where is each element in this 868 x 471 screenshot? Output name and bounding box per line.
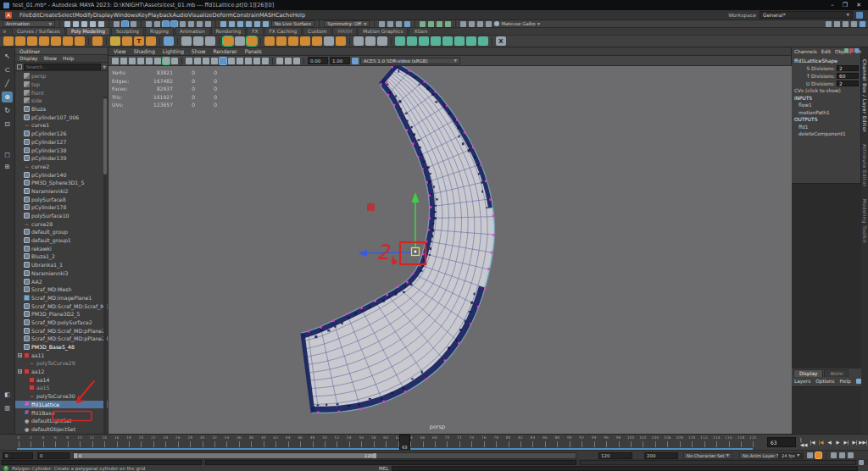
- channel-deletecomponent1[interactable]: deleteComponent1: [792, 130, 860, 138]
- menu-create[interactable]: Create: [39, 12, 58, 19]
- cluster-icon[interactable]: [288, 36, 298, 46]
- workspace-save-icon[interactable]: [856, 12, 863, 19]
- menu-key[interactable]: Key: [138, 12, 148, 19]
- maximize-button[interactable]: ❐: [843, 2, 848, 8]
- poly-super-shape-icon[interactable]: [92, 36, 103, 46]
- annotate-icon[interactable]: [377, 36, 387, 46]
- outliner-search-input[interactable]: [24, 64, 101, 70]
- uv-editor-table-icon[interactable]: [164, 36, 174, 46]
- menu-playback[interactable]: Playback: [147, 12, 172, 19]
- symmetry-select[interactable]: Symmetry: Off▼: [324, 20, 370, 27]
- snap-grid-icon[interactable]: [220, 21, 226, 27]
- snap-point-icon[interactable]: [237, 21, 243, 27]
- outliner-item-side[interactable]: side: [15, 97, 108, 105]
- menu-help[interactable]: Help: [840, 379, 851, 384]
- time-slider[interactable]: 0246810121416182022242628303234363840424…: [0, 434, 868, 450]
- anim-layer-select[interactable]: No Anim Layer▼: [739, 452, 783, 459]
- menu-visualize[interactable]: Visualize: [188, 12, 213, 19]
- gamma-field[interactable]: 1.00: [330, 57, 350, 64]
- wireframe-on-shaded-icon[interactable]: [163, 58, 170, 64]
- viewport-panel[interactable]: ViewShadingLightingShowRendererPanels 0.…: [108, 47, 792, 434]
- cut-tool-icon[interactable]: X: [496, 36, 506, 46]
- bounding-box-mode-icon[interactable]: [211, 58, 218, 64]
- select-tool-icon[interactable]: ↖: [2, 51, 13, 62]
- anti-aliasing-icon[interactable]: [262, 58, 269, 64]
- save-scene-icon[interactable]: [81, 21, 87, 27]
- outliner-item-pm3d-base5-48[interactable]: PM3D_Base5_48: [15, 343, 108, 352]
- outliner-item-scraf-md-scraf-md-scraf-md-polysu[interactable]: Scraf_MD:Scraf_MD:Scraf_MD:polySu: [15, 302, 108, 310]
- lock-selection-icon[interactable]: [205, 21, 211, 27]
- command-input-field[interactable]: [2, 460, 202, 465]
- isolate-select-icon[interactable]: [276, 58, 283, 64]
- shelf-tab-mash[interactable]: MASH: [332, 27, 357, 35]
- outliner-item-bluza1-2[interactable]: Bluza1_2: [15, 252, 108, 261]
- rotate-tool-icon[interactable]: ↻: [2, 105, 13, 116]
- make-live-icon[interactable]: [263, 21, 269, 27]
- mel-input-field[interactable]: [392, 466, 858, 471]
- crease-icon[interactable]: [442, 36, 453, 46]
- extrude-icon[interactable]: [312, 36, 322, 46]
- outliner-item-top[interactable]: top: [15, 80, 108, 89]
- mask-handles-icon[interactable]: [146, 21, 152, 27]
- outliner-item-persp[interactable]: persp: [15, 72, 108, 80]
- animation-start-field[interactable]: 0: [37, 452, 70, 459]
- camera-attributes-icon[interactable]: [129, 58, 136, 64]
- menu-panels[interactable]: Panels: [245, 48, 262, 54]
- minimize-button[interactable]: –: [831, 2, 834, 8]
- sweep-mesh-icon[interactable]: [122, 36, 132, 46]
- range-handle-right[interactable]: [373, 453, 376, 458]
- undo-icon[interactable]: [90, 21, 96, 27]
- shelf-tab-rendering[interactable]: Rendering: [211, 27, 247, 35]
- outliner-item-front[interactable]: front: [15, 88, 108, 97]
- attr-value-field[interactable]: 2: [837, 80, 859, 87]
- outliner-item-pcylinder107-006[interactable]: pCylinder107_006: [15, 113, 108, 121]
- curve-warp-open-icon[interactable]: [223, 36, 233, 46]
- mute-audio-icon[interactable]: [831, 452, 837, 458]
- image-plane-icon[interactable]: [146, 58, 153, 64]
- menu-lighting[interactable]: Lighting: [163, 48, 184, 54]
- playback-end-field[interactable]: 120: [598, 452, 632, 459]
- side-tab-attribute-editor[interactable]: Attribute Editor: [862, 144, 867, 186]
- attr-value-field[interactable]: 60: [837, 73, 859, 80]
- outliner-item-default-group[interactable]: default_group: [15, 228, 108, 236]
- layer-tab-display[interactable]: Display: [793, 369, 823, 377]
- construction-history-icon[interactable]: [379, 21, 385, 27]
- shelf-tab-fx[interactable]: FX: [247, 27, 263, 35]
- channel-speed-icon[interactable]: [849, 48, 854, 53]
- x-ray-joints-icon[interactable]: [293, 58, 300, 64]
- mask-surfaces-icon[interactable]: [171, 21, 177, 27]
- move-tool-icon[interactable]: ⊕: [2, 91, 13, 103]
- menu-set-select[interactable]: Animation▼: [3, 20, 55, 27]
- textured-mode-icon[interactable]: [220, 58, 226, 64]
- smooth-shade-mode-icon[interactable]: [194, 58, 201, 64]
- outliner-filter-menu-icon[interactable]: ▼: [103, 64, 106, 69]
- mirror-icon[interactable]: [181, 36, 192, 46]
- two-d-pan-zoom-icon[interactable]: [154, 58, 161, 64]
- select-camera-icon[interactable]: [112, 58, 119, 64]
- wireframe-mode-icon[interactable]: [186, 58, 192, 64]
- bridge-edit-icon[interactable]: [466, 36, 476, 46]
- shelf-gear-icon[interactable]: ⚙: [3, 29, 6, 34]
- pause-icon[interactable]: [477, 21, 483, 27]
- range-slider-active[interactable]: 0120: [75, 453, 376, 458]
- capture-icon[interactable]: [460, 21, 466, 27]
- use-all-lights-icon[interactable]: [228, 58, 235, 64]
- layer-tab-anim[interactable]: Anim: [824, 369, 849, 377]
- mask-rendering-icon[interactable]: [197, 21, 203, 27]
- outliner-item-ffd1lattice[interactable]: #ffd1Lattice: [15, 401, 108, 409]
- playhead[interactable]: 63: [399, 435, 410, 451]
- x-ray-icon[interactable]: [285, 58, 292, 64]
- shadows-icon[interactable]: [236, 58, 243, 64]
- target-weld-icon[interactable]: [419, 36, 429, 46]
- outliner-item-curve1[interactable]: ~curve1: [15, 121, 108, 130]
- poly-cone-icon[interactable]: [39, 36, 49, 46]
- outliner-item-aa15[interactable]: aa15: [15, 384, 108, 392]
- step-forward-icon[interactable]: [486, 21, 492, 27]
- poly-plane-icon[interactable]: [63, 36, 73, 46]
- outliner-item-curve28[interactable]: ~curve28: [15, 219, 108, 228]
- channel-flow1[interactable]: flow1: [792, 102, 860, 109]
- menu-show[interactable]: Show: [192, 48, 206, 54]
- menu-edit[interactable]: Edit: [821, 49, 831, 54]
- outliner-item-scraf-md-mesh[interactable]: Scraf_MD:Mesh: [15, 285, 108, 294]
- outliner-item-curve2[interactable]: ~curve2: [15, 163, 108, 171]
